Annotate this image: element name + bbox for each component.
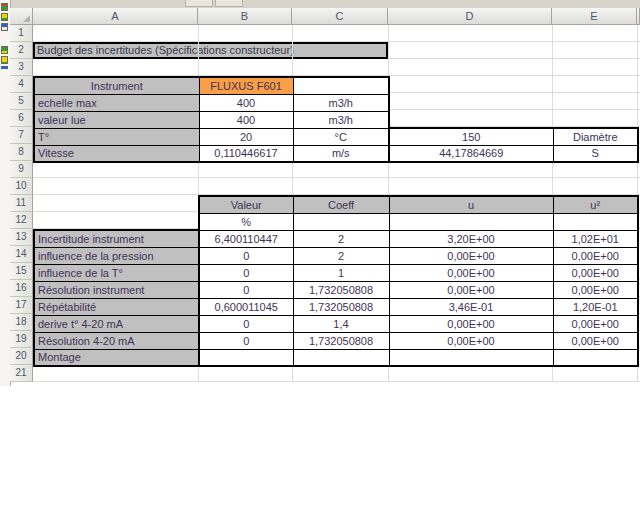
- cell-C11[interactable]: Coeff: [293, 196, 389, 213]
- cell-A14[interactable]: influence de la pression: [34, 247, 199, 264]
- cell-B5[interactable]: 400: [199, 94, 293, 111]
- cell-A16[interactable]: Résolution instrument: [34, 281, 199, 298]
- cell-B6[interactable]: 400: [199, 111, 293, 128]
- column-header-B[interactable]: B: [198, 8, 292, 25]
- cell-A19[interactable]: Résolution 4-20 mA: [34, 332, 199, 349]
- row-header-7[interactable]: 7: [10, 127, 33, 144]
- toolbar-icon[interactable]: [1, 66, 8, 69]
- column-header-A[interactable]: A: [33, 8, 198, 25]
- row-header-14[interactable]: 14: [10, 246, 33, 263]
- row-header-2[interactable]: 2: [10, 42, 33, 59]
- toolbar-icon[interactable]: [1, 3, 8, 11]
- cell-D12[interactable]: [389, 213, 553, 230]
- cell-C18[interactable]: 1,4: [293, 315, 389, 332]
- cell-C15[interactable]: 1: [293, 264, 389, 281]
- cell-C12[interactable]: [293, 213, 389, 230]
- cell-E11[interactable]: u²: [553, 196, 638, 213]
- cell-E17[interactable]: 1,20E-01: [553, 298, 638, 315]
- cell-E12[interactable]: [553, 213, 638, 230]
- cell-C14[interactable]: 2: [293, 247, 389, 264]
- column-header-C[interactable]: C: [292, 8, 388, 25]
- cell-D20[interactable]: [389, 349, 553, 366]
- cell-A20[interactable]: Montage: [34, 349, 199, 366]
- cell-B20[interactable]: [199, 349, 293, 366]
- cell-A8[interactable]: Vitesse: [34, 145, 199, 162]
- row-header-21[interactable]: 21: [10, 365, 33, 382]
- cell-C13[interactable]: 2: [293, 230, 389, 247]
- cell-D14[interactable]: 0,00E+00: [389, 247, 553, 264]
- select-all-corner[interactable]: [10, 8, 33, 25]
- row-header-16[interactable]: 16: [10, 280, 33, 297]
- cell-A13[interactable]: Incertitude instrument: [34, 230, 199, 247]
- cell-D11[interactable]: u: [389, 196, 553, 213]
- cell-B16[interactable]: 0: [199, 281, 293, 298]
- cell-D19[interactable]: 0,00E+00: [389, 332, 553, 349]
- row-header-8[interactable]: 8: [10, 144, 33, 161]
- cell-B18[interactable]: 0: [199, 315, 293, 332]
- cell-D16[interactable]: 0,00E+00: [389, 281, 553, 298]
- cell-A4[interactable]: Instrument: [34, 77, 199, 94]
- cell-B14[interactable]: 0: [199, 247, 293, 264]
- cell-B4[interactable]: FLUXUS F601: [199, 77, 293, 94]
- cell-B7[interactable]: 20: [199, 128, 293, 145]
- cell-D15[interactable]: 0,00E+00: [389, 264, 553, 281]
- row-header-6[interactable]: 6: [10, 110, 33, 127]
- cell-C6[interactable]: m3/h: [293, 111, 389, 128]
- cell-C7[interactable]: °C: [293, 128, 389, 145]
- toolbar-icon[interactable]: [1, 46, 8, 54]
- cell-E14[interactable]: 0,00E+00: [553, 247, 638, 264]
- toolbar-icon[interactable]: [1, 13, 8, 21]
- row-header-20[interactable]: 20: [10, 348, 33, 365]
- toolbar-icon[interactable]: [1, 56, 8, 64]
- toolbar-icon[interactable]: [1, 23, 8, 31]
- toolbar-button-icon[interactable]: [215, 0, 243, 7]
- cell-D18[interactable]: 0,00E+00: [389, 315, 553, 332]
- cell-C8[interactable]: m/s: [293, 145, 389, 162]
- cell-D7[interactable]: 150: [389, 128, 553, 145]
- cell-C4[interactable]: [293, 77, 389, 94]
- cell-B15[interactable]: 0: [199, 264, 293, 281]
- cell-D8[interactable]: 44,17864669: [389, 145, 553, 162]
- row-header-17[interactable]: 17: [10, 297, 33, 314]
- row-header-3[interactable]: 3: [10, 59, 33, 76]
- cell-A18[interactable]: derive t° 4-20 mA: [34, 315, 199, 332]
- cell-B17[interactable]: 0,600011045: [199, 298, 293, 315]
- cell-A17[interactable]: Répétabilité: [34, 298, 199, 315]
- cell-E8[interactable]: S: [553, 145, 638, 162]
- row-header-4[interactable]: 4: [10, 76, 33, 93]
- row-header-18[interactable]: 18: [10, 314, 33, 331]
- cell-E18[interactable]: 0,00E+00: [553, 315, 638, 332]
- cell-C5[interactable]: m3/h: [293, 94, 389, 111]
- row-header-11[interactable]: 11: [10, 195, 33, 212]
- cell-B12[interactable]: %: [199, 213, 293, 230]
- cell-E20[interactable]: [553, 349, 638, 366]
- row-header-5[interactable]: 5: [10, 93, 33, 110]
- row-header-15[interactable]: 15: [10, 263, 33, 280]
- row-header-19[interactable]: 19: [10, 331, 33, 348]
- column-header-E[interactable]: E: [552, 8, 637, 25]
- cell-A2-title[interactable]: Budget des incertitudes (Spécifications …: [33, 42, 388, 59]
- cell-E13[interactable]: 1,02E+01: [553, 230, 638, 247]
- cell-A5[interactable]: echelle max: [34, 94, 199, 111]
- cell-E15[interactable]: 0,00E+00: [553, 264, 638, 281]
- column-header-D[interactable]: D: [388, 8, 552, 25]
- cell-D13[interactable]: 3,20E+00: [389, 230, 553, 247]
- cell-E19[interactable]: 0,00E+00: [553, 332, 638, 349]
- cell-B8[interactable]: 0,110446617: [199, 145, 293, 162]
- cell-A7[interactable]: T°: [34, 128, 199, 145]
- cell-E16[interactable]: 0,00E+00: [553, 281, 638, 298]
- row-header-9[interactable]: 9: [10, 161, 33, 178]
- row-header-12[interactable]: 12: [10, 212, 33, 229]
- row-header-10[interactable]: 10: [10, 178, 33, 195]
- cell-B13[interactable]: 6,400110447: [199, 230, 293, 247]
- row-header-1[interactable]: 1: [10, 25, 33, 42]
- cell-E7[interactable]: Diamètre: [553, 128, 638, 145]
- cell-C20[interactable]: [293, 349, 389, 366]
- cell-C19[interactable]: 1,732050808: [293, 332, 389, 349]
- cell-D17[interactable]: 3,46E-01: [389, 298, 553, 315]
- cell-B19[interactable]: 0: [199, 332, 293, 349]
- cell-B11[interactable]: Valeur: [199, 196, 293, 213]
- cell-C16[interactable]: 1,732050808: [293, 281, 389, 298]
- toolbar-button-icon[interactable]: [185, 0, 213, 7]
- cell-C17[interactable]: 1,732050808: [293, 298, 389, 315]
